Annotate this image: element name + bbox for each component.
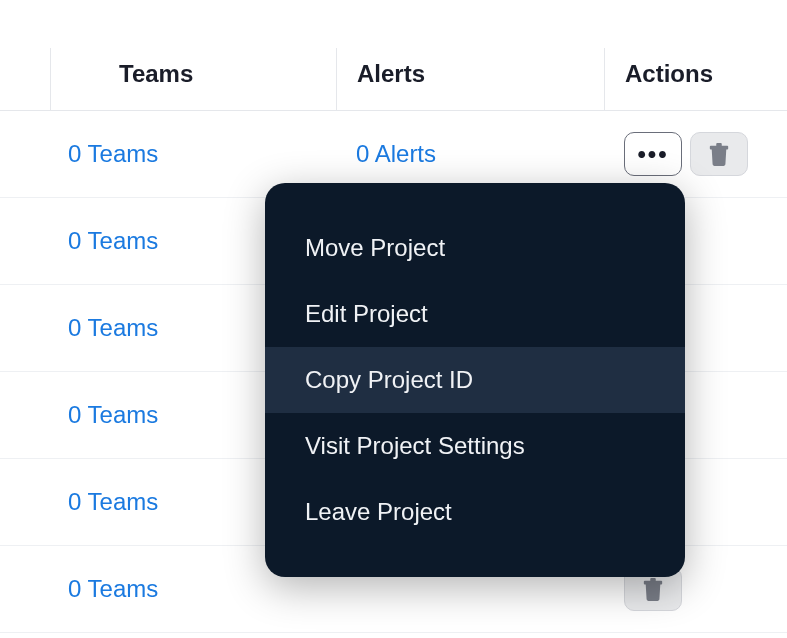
svg-rect-11 xyxy=(650,578,656,582)
teams-link[interactable]: 0 Teams xyxy=(68,227,158,254)
table-header: Teams Alerts Actions xyxy=(0,0,787,111)
teams-link[interactable]: 0 Teams xyxy=(68,488,158,515)
trash-icon xyxy=(708,142,730,166)
header-alerts: Alerts xyxy=(336,48,604,110)
svg-rect-1 xyxy=(716,143,722,147)
delete-button[interactable] xyxy=(690,132,748,176)
dropdown-item[interactable]: Leave Project xyxy=(265,479,685,545)
teams-link[interactable]: 0 Teams xyxy=(68,575,158,602)
alerts-link[interactable]: 0 Alerts xyxy=(356,140,436,167)
teams-link[interactable]: 0 Teams xyxy=(68,314,158,341)
project-actions-dropdown: Move ProjectEdit ProjectCopy Project IDV… xyxy=(265,183,685,577)
cell-actions: ••• xyxy=(604,132,787,176)
teams-link[interactable]: 0 Teams xyxy=(68,140,158,167)
dropdown-item[interactable]: Visit Project Settings xyxy=(265,413,685,479)
cell-teams: 0 Teams xyxy=(0,575,336,603)
header-teams: Teams xyxy=(50,48,336,110)
trash-icon xyxy=(642,577,664,601)
dropdown-item[interactable]: Copy Project ID xyxy=(265,347,685,413)
dropdown-item[interactable]: Edit Project xyxy=(265,281,685,347)
header-actions: Actions xyxy=(604,48,787,110)
more-actions-button[interactable]: ••• xyxy=(624,132,682,176)
dropdown-item[interactable]: Move Project xyxy=(265,215,685,281)
cell-alerts: 0 Alerts xyxy=(336,140,604,168)
teams-link[interactable]: 0 Teams xyxy=(68,401,158,428)
cell-teams: 0 Teams xyxy=(0,140,336,168)
